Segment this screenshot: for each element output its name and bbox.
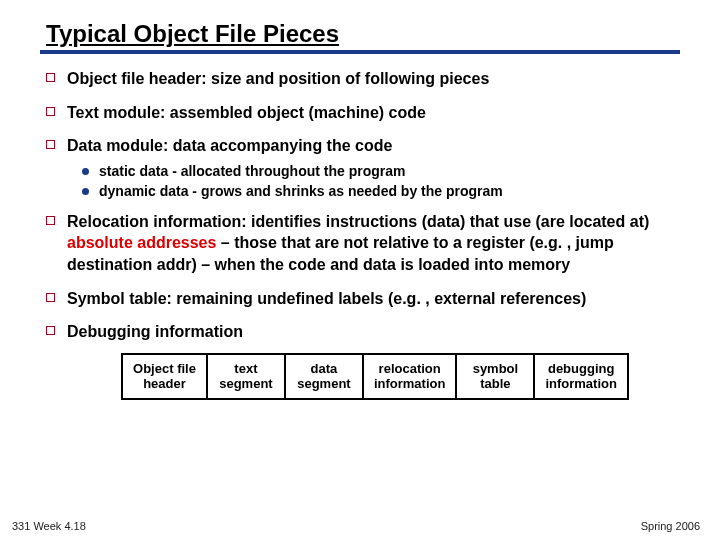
square-bullet-icon: [46, 216, 55, 225]
dot-bullet-icon: [82, 188, 89, 195]
square-bullet-icon: [46, 107, 55, 116]
bullet-text: Text module: assembled object (machine) …: [67, 102, 426, 124]
sublist-data-module: static data - allocated throughout the p…: [82, 163, 680, 199]
reloc-pre: Relocation information: identifies instr…: [67, 213, 649, 230]
box-line2: segment: [219, 376, 272, 391]
box-line2: segment: [297, 376, 350, 391]
bullet-text: Symbol table: remaining undefined labels…: [67, 288, 586, 310]
box-line1: text: [234, 361, 257, 376]
layout-boxes: Object fileheader textsegment datasegmen…: [70, 353, 680, 400]
bullet-text: Object file header: size and position of…: [67, 68, 489, 90]
box-data-segment: datasegment: [284, 353, 362, 400]
box-line1: relocation: [379, 361, 441, 376]
slide-title: Typical Object File Pieces: [46, 20, 680, 48]
box-line1: data: [311, 361, 338, 376]
box-text-segment: textsegment: [206, 353, 284, 400]
bullet-text: Data module: data accompanying the code: [67, 135, 392, 157]
bullet-data-module: Data module: data accompanying the code: [46, 135, 680, 157]
box-debugging-info: debugginginformation: [533, 353, 629, 400]
bullet-text-module: Text module: assembled object (machine) …: [46, 102, 680, 124]
box-relocation-info: relocationinformation: [362, 353, 456, 400]
subitem-static: static data - allocated throughout the p…: [82, 163, 680, 179]
bullet-relocation: Relocation information: identifies instr…: [46, 211, 680, 276]
square-bullet-icon: [46, 140, 55, 149]
subitem-dynamic: dynamic data - grows and shrinks as need…: [82, 183, 680, 199]
subitem-text: dynamic data - grows and shrinks as need…: [99, 183, 503, 199]
box-symbol-table: symboltable: [455, 353, 533, 400]
footer: 331 Week 4.18 Spring 2006: [12, 520, 700, 532]
bullet-text: Debugging information: [67, 321, 243, 343]
reloc-highlight: absolute addresses: [67, 234, 216, 251]
box-line1: Object file: [133, 361, 196, 376]
box-object-file-header: Object fileheader: [121, 353, 206, 400]
bullet-symbol-table: Symbol table: remaining undefined labels…: [46, 288, 680, 310]
box-line1: debugging: [548, 361, 614, 376]
square-bullet-icon: [46, 73, 55, 82]
box-line1: symbol: [473, 361, 519, 376]
square-bullet-icon: [46, 326, 55, 335]
box-line2: information: [374, 376, 446, 391]
footer-left: 331 Week 4.18: [12, 520, 86, 532]
bullet-text: Relocation information: identifies instr…: [67, 211, 680, 276]
box-line2: header: [143, 376, 186, 391]
dot-bullet-icon: [82, 168, 89, 175]
bullet-debugging: Debugging information: [46, 321, 680, 343]
subitem-text: static data - allocated throughout the p…: [99, 163, 405, 179]
square-bullet-icon: [46, 293, 55, 302]
footer-right: Spring 2006: [641, 520, 700, 532]
box-line2: table: [480, 376, 510, 391]
box-line2: information: [545, 376, 617, 391]
bullet-header: Object file header: size and position of…: [46, 68, 680, 90]
title-rule: [40, 50, 680, 54]
